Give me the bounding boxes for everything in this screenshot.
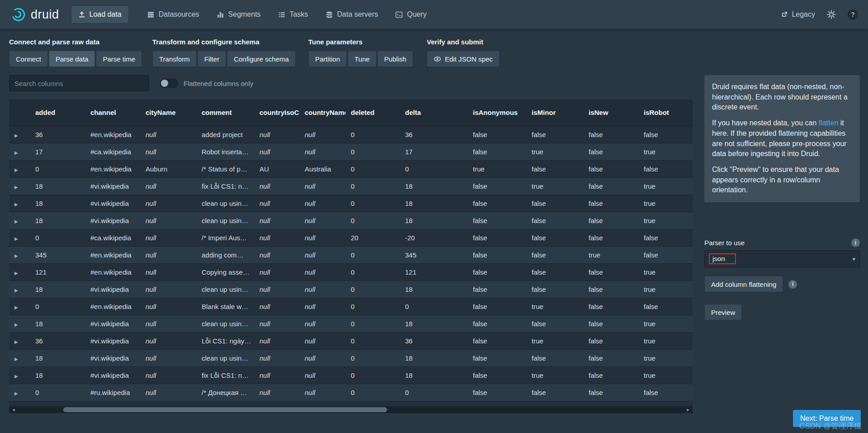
- table-cell: false: [583, 212, 638, 229]
- table-cell: null: [140, 281, 196, 298]
- nav-item-label: Query: [407, 10, 427, 19]
- row-expander-icon[interactable]: ▶: [14, 322, 18, 327]
- nav-item-data-servers[interactable]: Data servers: [326, 10, 378, 19]
- table-cell: false: [583, 349, 638, 366]
- table-cell: 18: [400, 177, 467, 195]
- info-icon[interactable]: i: [851, 238, 860, 247]
- step-button-parse-time[interactable]: Parse time: [96, 51, 142, 67]
- step-button-parse-data[interactable]: Parse data: [49, 51, 95, 67]
- row-expander-icon[interactable]: ▶: [14, 374, 18, 379]
- preview-button[interactable]: Preview: [704, 304, 742, 320]
- nav-item-label: Data servers: [337, 10, 378, 19]
- column-header-delta[interactable]: delta: [400, 100, 467, 126]
- step-button-filter[interactable]: Filter: [198, 51, 226, 67]
- legacy-link[interactable]: Legacy: [781, 10, 815, 19]
- column-header-isNew[interactable]: isNew: [583, 100, 638, 126]
- column-header-comment[interactable]: comment: [196, 100, 254, 126]
- table-row: ▶18#vi.wikipedianullfix Lỗi CS1: n…nulln…: [9, 177, 693, 195]
- table-cell: #en.wikipedia: [85, 126, 140, 143]
- table-cell: 18: [400, 195, 467, 212]
- add-column-flattening-button[interactable]: Add column flattening: [704, 276, 783, 292]
- brand-text: druid: [31, 8, 59, 22]
- step-button-transform[interactable]: Transform: [152, 51, 197, 67]
- column-header-isRobot[interactable]: isRobot: [638, 100, 693, 126]
- druid-logo[interactable]: druid: [10, 6, 59, 23]
- column-header-countryName[interactable]: countryName: [299, 100, 345, 126]
- nav-item-tasks[interactable]: Tasks: [278, 10, 308, 19]
- table-cell: true: [526, 366, 583, 384]
- step-button-tune[interactable]: Tune: [348, 51, 377, 67]
- upload-icon: [78, 11, 85, 18]
- info-icon[interactable]: i: [788, 280, 797, 289]
- legacy-label: Legacy: [792, 10, 815, 19]
- table-cell: 18: [30, 366, 85, 384]
- row-expander-icon[interactable]: ▶: [14, 391, 18, 396]
- step-button-connect[interactable]: Connect: [9, 51, 48, 67]
- add-flattening-row: Add column flattening i: [704, 276, 797, 292]
- table-cell: true: [638, 332, 693, 349]
- nav-item-datasources[interactable]: Datasources: [147, 10, 199, 19]
- gear-icon[interactable]: [827, 10, 836, 19]
- step-button-partition[interactable]: Partition: [308, 51, 347, 67]
- row-expander-icon[interactable]: ▶: [14, 253, 18, 258]
- column-header-cityName[interactable]: cityName: [140, 100, 196, 126]
- row-expander-icon[interactable]: ▶: [14, 271, 18, 276]
- row-expander-icon[interactable]: ▶: [14, 357, 18, 362]
- step-button-configure-schema[interactable]: Configure schema: [227, 51, 296, 67]
- horizontal-scrollbar[interactable]: ◂ ▸: [9, 406, 693, 413]
- search-columns-input[interactable]: [9, 75, 149, 91]
- help-icon[interactable]: ?: [848, 10, 858, 20]
- table-cell: false: [583, 160, 638, 177]
- scrollbar-thumb[interactable]: [63, 407, 387, 412]
- table-cell: false: [583, 366, 638, 384]
- table-cell: 0: [345, 349, 400, 366]
- table-cell: 18: [30, 281, 85, 298]
- column-header-isMinor[interactable]: isMinor: [526, 100, 583, 126]
- table-cell: 18: [30, 195, 85, 212]
- table-cell: null: [140, 126, 196, 143]
- row-expander-icon[interactable]: ▶: [14, 219, 18, 224]
- step-group-title: Transform and configure schema: [152, 38, 296, 46]
- nav-item-query[interactable]: Query: [395, 10, 427, 19]
- row-expander-icon[interactable]: ▶: [14, 236, 18, 241]
- row-expander-icon[interactable]: ▶: [14, 339, 18, 344]
- table-cell: 0: [400, 384, 467, 401]
- row-expander-icon[interactable]: ▶: [14, 305, 18, 310]
- scroll-right-icon[interactable]: ▸: [684, 406, 692, 413]
- nav-item-segments[interactable]: Segments: [217, 10, 261, 19]
- table-cell: false: [526, 384, 583, 401]
- annotation-red-box: json: [709, 253, 736, 264]
- table-cell: null: [140, 177, 196, 195]
- table-cell: false: [583, 263, 638, 281]
- nav-load-data-button[interactable]: Load data: [71, 5, 129, 24]
- table-cell: #vi.wikipedia: [85, 212, 140, 229]
- column-header-isAnonymous[interactable]: isAnonymous: [467, 100, 526, 126]
- row-expander-icon[interactable]: ▶: [14, 202, 18, 207]
- row-expander-icon[interactable]: ▶: [14, 167, 18, 172]
- row-expander-icon[interactable]: ▶: [14, 133, 18, 138]
- scroll-left-icon[interactable]: ◂: [10, 406, 17, 413]
- table-cell: null: [254, 315, 299, 332]
- column-header-countryIsoCod[interactable]: countryIsoCod: [254, 100, 299, 126]
- row-gutter-cell: ▶: [9, 366, 30, 384]
- row-expander-icon[interactable]: ▶: [14, 185, 18, 190]
- table-cell: clean up usin…: [196, 195, 254, 212]
- button-label: Parse time: [103, 55, 135, 63]
- nav-item-label: Datasources: [159, 10, 199, 19]
- column-header-added[interactable]: added: [30, 100, 85, 126]
- table-cell: false: [526, 229, 583, 246]
- table-cell: 0: [345, 263, 400, 281]
- column-header-deleted[interactable]: deleted: [345, 100, 400, 126]
- parser-select[interactable]: json ▾: [704, 250, 860, 267]
- step-button-publish[interactable]: Publish: [377, 51, 413, 67]
- flatten-link[interactable]: flatten: [819, 119, 839, 127]
- row-expander-icon[interactable]: ▶: [14, 150, 18, 155]
- table-cell: false: [583, 195, 638, 212]
- column-header-channel[interactable]: channel: [85, 100, 140, 126]
- table-cell: Auburn: [140, 160, 196, 177]
- button-label: Edit JSON spec: [445, 55, 493, 63]
- nav-item-label: Segments: [228, 10, 261, 19]
- step-button-edit-json-spec[interactable]: Edit JSON spec: [427, 51, 500, 67]
- row-expander-icon[interactable]: ▶: [14, 288, 18, 293]
- flattened-columns-toggle[interactable]: [160, 79, 178, 88]
